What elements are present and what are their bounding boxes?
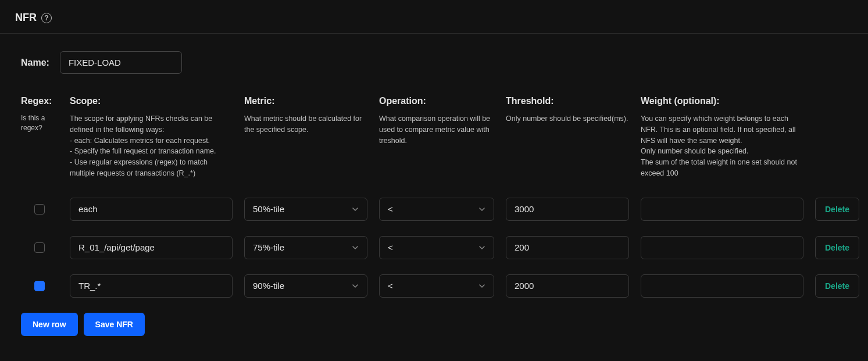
operation-cell: < — [379, 274, 506, 298]
col-operation-head: Operation: — [379, 96, 506, 106]
footer-buttons: New row Save NFR — [21, 313, 847, 336]
scope-cell — [70, 274, 244, 298]
nfr-row: 50%-tile<Delete — [21, 198, 847, 221]
name-row: Name: — [21, 51, 847, 74]
action-cell: Delete — [815, 236, 867, 259]
name-label: Name: — [21, 58, 49, 68]
regex-cell — [21, 242, 70, 253]
metric-value: 75%-tile — [253, 242, 284, 252]
operation-value: < — [388, 281, 393, 291]
threshold-input[interactable] — [506, 198, 629, 221]
delete-button[interactable]: Delete — [815, 236, 859, 259]
weight-cell — [641, 274, 815, 298]
operation-select[interactable]: < — [379, 236, 494, 259]
metric-cell: 50%-tile — [244, 198, 379, 221]
scope-input[interactable] — [70, 198, 233, 221]
regex-checkbox[interactable] — [34, 204, 45, 215]
col-weight-head: Weight (optional): — [641, 96, 815, 106]
weight-input[interactable] — [641, 198, 803, 221]
scope-cell — [70, 198, 244, 221]
scope-input[interactable] — [70, 274, 233, 298]
page-title: NFR — [15, 12, 37, 24]
weight-cell — [641, 236, 815, 259]
content-area: Name: Regex: Is this a regex? Scope: The… — [0, 34, 868, 348]
operation-value: < — [388, 204, 393, 214]
operation-value: < — [388, 242, 393, 252]
col-actions — [815, 96, 867, 179]
page-header: NFR ? — [0, 0, 868, 34]
scope-input[interactable] — [70, 236, 233, 259]
col-regex-head: Regex: — [21, 96, 70, 106]
operation-cell: < — [379, 236, 506, 259]
threshold-cell — [506, 236, 641, 259]
col-metric-desc: What metric should be calculated for the… — [244, 113, 379, 135]
metric-value: 50%-tile — [253, 204, 284, 214]
col-regex: Regex: Is this a regex? — [21, 96, 70, 179]
nfr-row: 75%-tile<Delete — [21, 236, 847, 259]
col-metric: Metric: What metric should be calculated… — [244, 96, 379, 179]
weight-input[interactable] — [641, 236, 803, 259]
delete-button[interactable]: Delete — [815, 274, 859, 298]
chevron-down-icon — [478, 283, 485, 289]
regex-checkbox[interactable] — [34, 242, 45, 253]
action-cell: Delete — [815, 274, 867, 298]
col-operation: Operation: What comparison operation wil… — [379, 96, 506, 179]
operation-select[interactable]: < — [379, 274, 494, 298]
threshold-cell — [506, 274, 641, 298]
name-input[interactable] — [60, 51, 182, 74]
threshold-input[interactable] — [506, 274, 629, 298]
col-scope-desc: The scope for applying NFRs checks can b… — [70, 113, 244, 179]
col-scope-head: Scope: — [70, 96, 244, 106]
regex-cell — [21, 281, 70, 291]
save-nfr-button[interactable]: Save NFR — [84, 313, 145, 336]
weight-cell — [641, 198, 815, 221]
col-regex-desc: Is this a regex? — [21, 113, 70, 134]
weight-input[interactable] — [641, 274, 803, 298]
chevron-down-icon — [352, 244, 359, 251]
new-row-button[interactable]: New row — [21, 313, 78, 336]
chevron-down-icon — [352, 206, 359, 213]
col-threshold: Threshold: Only number should be specifi… — [506, 96, 641, 179]
col-weight-desc: You can specify which weight belongs to … — [641, 113, 815, 179]
col-threshold-desc: Only number should be specified(ms). — [506, 113, 641, 124]
col-threshold-head: Threshold: — [506, 96, 641, 106]
col-metric-head: Metric: — [244, 96, 379, 106]
column-headers: Regex: Is this a regex? Scope: The scope… — [21, 96, 847, 179]
nfr-row: 90%-tile<Delete — [21, 274, 847, 298]
threshold-input[interactable] — [506, 236, 629, 259]
delete-button[interactable]: Delete — [815, 198, 859, 221]
action-cell: Delete — [815, 198, 867, 221]
scope-cell — [70, 236, 244, 259]
regex-checkbox[interactable] — [34, 281, 45, 291]
metric-select[interactable]: 50%-tile — [244, 198, 367, 221]
operation-select[interactable]: < — [379, 198, 494, 221]
metric-cell: 90%-tile — [244, 274, 379, 298]
metric-cell: 75%-tile — [244, 236, 379, 259]
chevron-down-icon — [478, 244, 485, 251]
col-scope: Scope: The scope for applying NFRs check… — [70, 96, 244, 179]
rows-container: 50%-tile<Delete75%-tile<Delete90%-tile<D… — [21, 198, 847, 298]
threshold-cell — [506, 198, 641, 221]
col-weight: Weight (optional): You can specify which… — [641, 96, 815, 179]
help-icon[interactable]: ? — [41, 13, 52, 23]
chevron-down-icon — [352, 283, 359, 289]
metric-value: 90%-tile — [253, 281, 284, 291]
metric-select[interactable]: 90%-tile — [244, 274, 367, 298]
metric-select[interactable]: 75%-tile — [244, 236, 367, 259]
chevron-down-icon — [478, 206, 485, 213]
regex-cell — [21, 204, 70, 215]
col-operation-desc: What comparison operation will be used t… — [379, 113, 506, 146]
operation-cell: < — [379, 198, 506, 221]
